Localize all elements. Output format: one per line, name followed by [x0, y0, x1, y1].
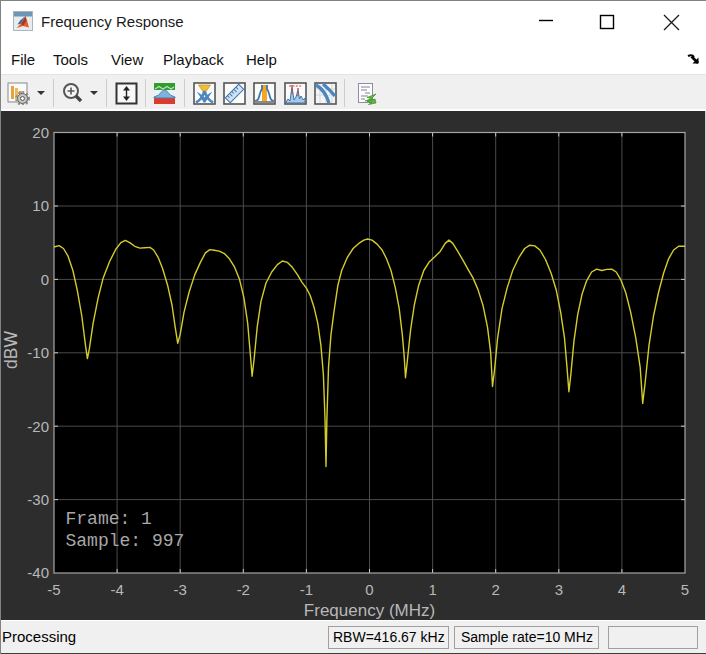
svg-text:Frame: 1: Frame: 1 [66, 509, 152, 529]
svg-text:Sample: 997: Sample: 997 [66, 531, 185, 551]
svg-text:0: 0 [365, 581, 373, 598]
svg-text:10: 10 [32, 197, 49, 214]
svg-text:dBW: dBW [1, 331, 21, 369]
svg-text:0: 0 [41, 271, 49, 288]
svg-text:-20: -20 [27, 418, 49, 435]
svg-text:-10: -10 [27, 344, 49, 361]
svg-text:4: 4 [618, 581, 626, 598]
svg-text:5: 5 [681, 581, 689, 598]
svg-text:-1: -1 [300, 581, 313, 598]
svg-text:-2: -2 [237, 581, 250, 598]
svg-text:-40: -40 [27, 564, 49, 581]
svg-text:-3: -3 [174, 581, 187, 598]
svg-text:2: 2 [492, 581, 500, 598]
svg-text:1: 1 [428, 581, 436, 598]
svg-text:-30: -30 [27, 491, 49, 508]
svg-text:-5: -5 [47, 581, 60, 598]
svg-text:-4: -4 [110, 581, 123, 598]
svg-text:Frequency (MHz): Frequency (MHz) [304, 601, 435, 620]
svg-text:20: 20 [32, 124, 49, 141]
svg-text:3: 3 [555, 581, 563, 598]
